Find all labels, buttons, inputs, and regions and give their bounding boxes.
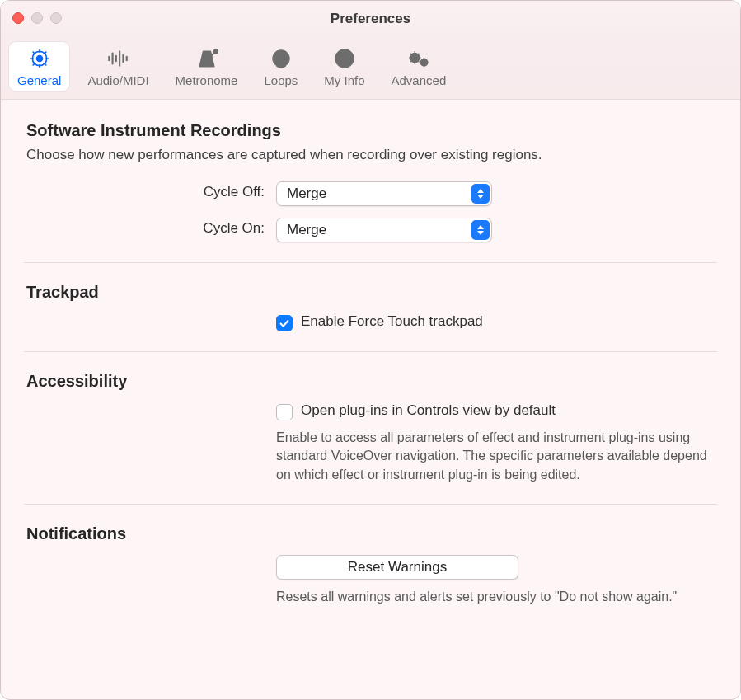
preferences-toolbar: General Audio/MIDI: [1, 37, 740, 100]
section-subtitle-recordings: Choose how new performances are captured…: [26, 147, 717, 163]
svg-point-12: [342, 54, 347, 59]
titlebar: Preferences: [1, 1, 740, 37]
minimize-button[interactable]: [31, 12, 43, 24]
cycle-off-popup[interactable]: Merge: [276, 181, 492, 206]
loop-icon: [269, 47, 293, 70]
zoom-button[interactable]: [50, 12, 62, 24]
row-force-touch: Enable Force Touch trackpad: [24, 313, 717, 331]
close-button[interactable]: [12, 12, 24, 24]
divider: [24, 262, 717, 263]
label-cycle-off: Cycle Off:: [24, 181, 265, 200]
tab-label: Loops: [264, 73, 298, 87]
svg-point-9: [213, 49, 217, 53]
spacer: [24, 555, 265, 557]
section-title-accessibility: Accessibility: [26, 372, 717, 391]
section-title-notifications: Notifications: [26, 524, 717, 543]
divider: [24, 504, 717, 505]
tab-label: Audio/MIDI: [87, 73, 148, 87]
row-controls-view: Open plug-ins in Controls view by defaul…: [24, 402, 717, 484]
row-cycle-on: Cycle On: Merge: [24, 218, 717, 242]
tab-label: Metronome: [176, 73, 238, 87]
person-circle-icon: [332, 47, 357, 70]
controls-view-checkbox[interactable]: [276, 404, 293, 420]
window-title: Preferences: [331, 11, 410, 27]
svg-point-14: [413, 56, 416, 59]
tab-label: General: [17, 73, 61, 87]
divider: [24, 351, 717, 352]
spacer: [24, 402, 265, 405]
force-touch-checkbox[interactable]: [276, 315, 293, 331]
svg-point-0: [36, 56, 42, 62]
tab-audio-midi[interactable]: Audio/MIDI: [79, 42, 157, 91]
cycle-on-value: Merge: [287, 222, 326, 238]
gears-icon: [406, 47, 431, 70]
tab-loops[interactable]: Loops: [256, 42, 306, 91]
row-reset-warnings: Reset Warnings Resets all warnings and a…: [24, 555, 717, 606]
tab-metronome[interactable]: Metronome: [167, 42, 246, 91]
cycle-on-popup[interactable]: Merge: [276, 218, 492, 242]
section-title-recordings: Software Instrument Recordings: [26, 121, 717, 140]
metronome-icon: [195, 47, 219, 70]
preferences-content: Software Instrument Recordings Choose ho…: [1, 100, 740, 699]
reset-warnings-button[interactable]: Reset Warnings: [276, 555, 518, 580]
waveform-icon: [106, 47, 130, 70]
tab-my-info[interactable]: My Info: [316, 42, 373, 91]
svg-point-16: [423, 61, 425, 63]
section-title-trackpad: Trackpad: [26, 283, 717, 302]
tab-label: Advanced: [392, 73, 447, 87]
window-controls: [12, 12, 62, 24]
label-cycle-on: Cycle On:: [24, 218, 265, 237]
tab-general[interactable]: General: [9, 42, 69, 91]
svg-point-10: [273, 50, 288, 66]
reset-warnings-help: Resets all warnings and alerts set previ…: [276, 588, 717, 606]
preferences-window: Preferences General: [0, 0, 741, 700]
controls-view-help: Enable to access all parameters of effec…: [276, 429, 717, 484]
spacer: [24, 313, 265, 316]
chevron-up-down-icon: [471, 184, 490, 204]
tab-label: My Info: [324, 73, 364, 87]
cycle-off-value: Merge: [287, 186, 326, 202]
force-touch-label: Enable Force Touch trackpad: [301, 313, 483, 330]
controls-view-label: Open plug-ins in Controls view by defaul…: [301, 402, 556, 419]
row-cycle-off: Cycle Off: Merge: [24, 181, 717, 206]
tab-advanced[interactable]: Advanced: [383, 42, 455, 91]
reset-warnings-label: Reset Warnings: [348, 559, 447, 576]
gear-icon: [27, 47, 52, 70]
chevron-up-down-icon: [471, 220, 490, 240]
